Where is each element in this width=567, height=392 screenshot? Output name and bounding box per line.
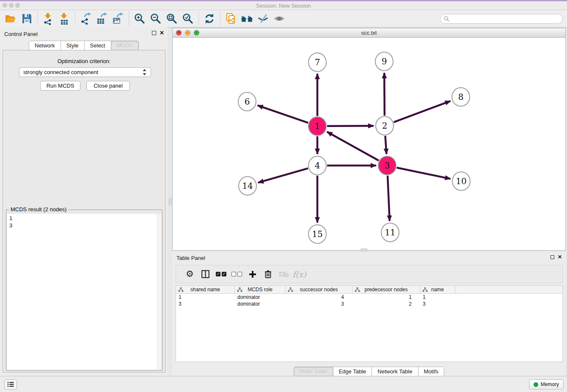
export-table-button[interactable] — [94, 11, 110, 26]
control-tab-style[interactable]: Style — [61, 41, 85, 50]
svg-text:3: 3 — [385, 160, 390, 171]
float-table-panel-icon[interactable] — [550, 255, 554, 259]
table-options-button[interactable]: ⚙ — [182, 270, 198, 279]
zoom-out-button[interactable] — [148, 11, 164, 26]
table-cell[interactable]: 1 — [420, 294, 455, 301]
minimize-network-button[interactable]: − — [185, 30, 190, 36]
update-view-button[interactable] — [201, 11, 217, 26]
memory-button[interactable]: Memory — [529, 379, 564, 389]
table-tab-edge-table[interactable]: Edge Table — [333, 367, 372, 376]
graph-edge-1-2[interactable] — [327, 126, 374, 126]
toolbar-separator — [129, 12, 129, 25]
open-file-button[interactable] — [3, 11, 19, 26]
mcds-result-list[interactable]: 1 3 — [7, 214, 157, 370]
column-header-shared-name[interactable]: shared name — [176, 286, 235, 293]
close-panel-icon[interactable]: ✕ — [160, 31, 164, 35]
column-header-predecessor-nodes[interactable]: predecessor nodes — [352, 286, 420, 293]
table-cell[interactable]: 3 — [420, 301, 455, 307]
graph-edge-3-11[interactable] — [388, 176, 390, 221]
vertical-splitter-handle[interactable] — [169, 198, 172, 205]
column-header-successor-nodes[interactable]: successor nodes — [286, 286, 352, 293]
graph-node-8[interactable]: 8 — [452, 88, 470, 106]
graph-edge-3-1[interactable] — [327, 132, 379, 160]
zoom-in-button[interactable] — [132, 11, 148, 26]
svg-text:7: 7 — [315, 57, 320, 67]
criterion-dropdown[interactable]: strongly connected component — [19, 67, 151, 77]
table-row[interactable]: 3dominator323 — [176, 301, 562, 307]
table-cell[interactable]: 1 — [352, 294, 420, 301]
graph-node-15[interactable]: 15 — [308, 225, 326, 243]
control-panel-tabs: NetworkStyleSelectMCDS — [29, 41, 139, 50]
run-mcds-button[interactable]: Run MCDS — [40, 81, 80, 91]
select-all-columns-button[interactable]: ✓✓ — [213, 272, 229, 276]
export-network-button[interactable] — [78, 11, 94, 26]
table-cell[interactable]: 3 — [176, 301, 235, 307]
columns-icon — [201, 270, 209, 278]
graph-edge-1-6[interactable] — [258, 105, 308, 123]
table-cell[interactable]: 4 — [286, 294, 352, 301]
table-cell[interactable]: 1 — [176, 294, 235, 301]
control-tab-network[interactable]: Network — [29, 41, 61, 50]
table-cell[interactable]: 2 — [352, 301, 420, 307]
graph-node-14[interactable]: 14 — [239, 177, 256, 195]
home-view-button[interactable] — [239, 11, 255, 26]
show-all-button[interactable] — [271, 11, 287, 26]
graph-node-2[interactable]: 2 — [376, 116, 394, 135]
table-tab-network-table[interactable]: Network Table — [372, 367, 418, 376]
graph-node-10[interactable]: 10 — [452, 172, 470, 190]
table-cell[interactable]: 3 — [286, 301, 352, 307]
window-title: Session: New Session — [0, 3, 567, 9]
column-type-icon — [288, 287, 293, 293]
network-from-selection-icon — [225, 12, 237, 25]
zoom-selected-button[interactable] — [180, 11, 196, 26]
result-scrollbar[interactable] — [157, 214, 161, 370]
table-cell[interactable]: dominator — [235, 294, 286, 301]
column-header-MCDS-role[interactable]: MCDS role — [235, 286, 286, 293]
float-panel-icon[interactable] — [152, 31, 156, 35]
graph-node-3[interactable]: 3 — [378, 156, 396, 175]
add-column-button[interactable] — [245, 271, 260, 278]
graph-node-4[interactable]: 4 — [308, 156, 326, 175]
fx-icon: f(x) — [292, 270, 306, 279]
graph-edge-2-9[interactable] — [384, 73, 385, 116]
close-network-button[interactable]: ✕ — [176, 30, 182, 36]
network-canvas[interactable]: 7968124314101511 — [173, 38, 565, 250]
graph-edge-4-14[interactable] — [258, 168, 308, 183]
function-builder-button[interactable]: f(x) — [292, 270, 307, 279]
graph-node-6[interactable]: 6 — [238, 92, 256, 111]
new-network-from-selection-button[interactable] — [223, 11, 239, 26]
graph-edge-2-8[interactable] — [394, 101, 451, 122]
show-column-button[interactable] — [198, 270, 213, 278]
delete-columns-button[interactable] — [260, 270, 276, 278]
graph-node-7[interactable]: 7 — [308, 53, 326, 72]
control-tab-mcds[interactable]: MCDS — [111, 41, 139, 50]
close-panel-button[interactable]: Close panel — [86, 81, 130, 91]
hide-selection-button[interactable] — [255, 11, 271, 26]
close-table-panel-icon[interactable]: ✕ — [558, 255, 562, 259]
control-tab-select[interactable]: Select — [84, 41, 111, 50]
svg-text:11: 11 — [385, 227, 395, 237]
horizontal-splitter-handle[interactable] — [361, 248, 367, 251]
graph-node-9[interactable]: 9 — [375, 52, 393, 71]
table-row[interactable]: 1dominator411 — [176, 294, 562, 301]
unselect-all-columns-button[interactable] — [229, 272, 245, 276]
table-tab-node-table[interactable]: Node Table — [294, 367, 333, 376]
table-tab-motifs[interactable]: Motifs — [418, 367, 444, 376]
export-image-button[interactable] — [110, 11, 126, 26]
show-task-history-button[interactable] — [4, 379, 17, 389]
search-input[interactable] — [451, 16, 559, 22]
graph-edge-3-10[interactable] — [397, 168, 451, 179]
delete-table-button[interactable] — [276, 271, 292, 278]
graph-node-1[interactable]: 1 — [308, 117, 326, 135]
zoom-fit-button[interactable] — [164, 11, 180, 26]
column-type-icon — [355, 287, 360, 293]
search-icon — [444, 16, 449, 22]
table-cell[interactable]: dominator — [235, 301, 286, 307]
save-session-button[interactable] — [19, 11, 35, 26]
column-header-name[interactable]: name — [420, 286, 455, 293]
import-table-button[interactable] — [56, 11, 72, 26]
maximize-network-button[interactable]: + — [194, 30, 199, 36]
graph-node-11[interactable]: 11 — [381, 223, 399, 242]
import-network-button[interactable] — [40, 11, 56, 26]
graph-edge-2-3[interactable] — [385, 136, 386, 154]
